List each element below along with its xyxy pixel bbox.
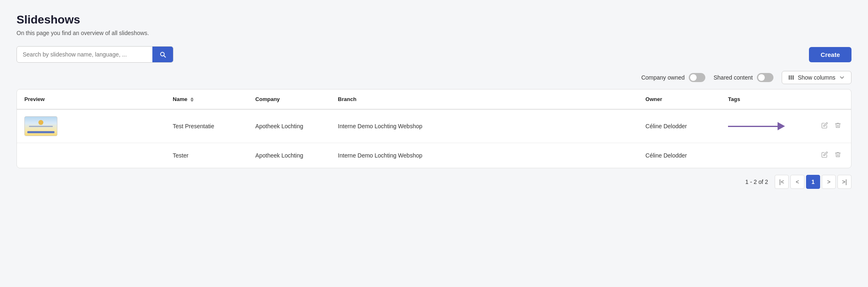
edit-button-0[interactable]: [819, 120, 830, 132]
arrow-head: [778, 122, 785, 130]
preview-thumbnail: [24, 116, 57, 136]
columns-icon: [788, 74, 794, 81]
company-owned-toggle-group: Company owned: [641, 73, 705, 82]
arrow-annotation: [728, 122, 804, 130]
pagination-last-button[interactable]: >|: [837, 175, 851, 189]
shared-content-toggle[interactable]: [757, 73, 773, 82]
slideshows-table: Preview Name Company Branch Owner Tags: [17, 89, 851, 168]
cell-owner-0: Céline Delodder: [638, 109, 721, 143]
cell-tags-0: [721, 109, 811, 143]
cell-preview-1: [17, 143, 165, 168]
table-row: Test PresentatieApotheek LochtingInterne…: [17, 109, 851, 143]
search-button[interactable]: [152, 47, 173, 62]
cell-branch-1: Interne Demo Lochting Webshop: [330, 143, 638, 168]
shared-content-toggle-group: Shared content: [714, 73, 773, 82]
col-header-company: Company: [248, 89, 330, 109]
delete-button-0[interactable]: [832, 120, 844, 132]
pagination-prev-button[interactable]: <: [790, 175, 804, 189]
arrow-line: [728, 126, 778, 127]
cell-owner-1: Céline Delodder: [638, 143, 721, 168]
create-button[interactable]: Create: [809, 47, 851, 62]
toolbar-top: Create: [17, 46, 851, 63]
svg-rect-1: [791, 75, 792, 80]
cell-actions-1: [811, 143, 851, 168]
col-header-owner: Owner: [638, 89, 721, 109]
show-columns-button[interactable]: Show columns: [782, 71, 851, 84]
cell-actions-0: [811, 109, 851, 143]
pagination-first-button[interactable]: |<: [775, 175, 789, 189]
cell-branch-0: Interne Demo Lochting Webshop: [330, 109, 638, 143]
sort-icon-name: [190, 97, 194, 102]
chevron-down-icon: [839, 74, 845, 81]
svg-rect-2: [792, 75, 794, 80]
col-header-tags: Tags: [721, 89, 811, 109]
search-input[interactable]: [17, 47, 152, 62]
table-row: TesterApotheek LochtingInterne Demo Loch…: [17, 143, 851, 168]
page-title: Slideshows: [17, 13, 851, 26]
pagination-info: 1 - 2 of 2: [745, 179, 768, 185]
company-owned-label: Company owned: [641, 74, 685, 81]
cell-preview-0: [17, 109, 165, 143]
edit-button-1[interactable]: [819, 150, 830, 161]
cell-name-0: Test Presentatie: [165, 109, 248, 143]
col-header-branch: Branch: [330, 89, 638, 109]
company-owned-toggle[interactable]: [689, 73, 705, 82]
search-wrapper: [17, 46, 173, 63]
search-icon: [159, 51, 166, 58]
col-header-actions: [811, 89, 851, 109]
pagination-next-button[interactable]: >: [822, 175, 836, 189]
shared-content-label: Shared content: [714, 74, 753, 81]
cell-company-0: Apotheek Lochting: [248, 109, 330, 143]
table-header-row: Preview Name Company Branch Owner Tags: [17, 89, 851, 109]
pagination-page-1-button[interactable]: 1: [806, 175, 820, 189]
col-header-preview: Preview: [17, 89, 165, 109]
cell-company-1: Apotheek Lochting: [248, 143, 330, 168]
cell-tags-1: [721, 143, 811, 168]
pagination: 1 - 2 of 2 |< < 1 > >|: [17, 168, 851, 191]
page-subtitle: On this page you find an overview of all…: [17, 30, 851, 36]
filter-row: Company owned Shared content Show column…: [17, 71, 851, 84]
delete-button-1[interactable]: [832, 150, 844, 161]
svg-rect-0: [789, 75, 790, 80]
cell-name-1: Tester: [165, 143, 248, 168]
show-columns-label: Show columns: [798, 74, 835, 81]
col-header-name[interactable]: Name: [165, 89, 248, 109]
